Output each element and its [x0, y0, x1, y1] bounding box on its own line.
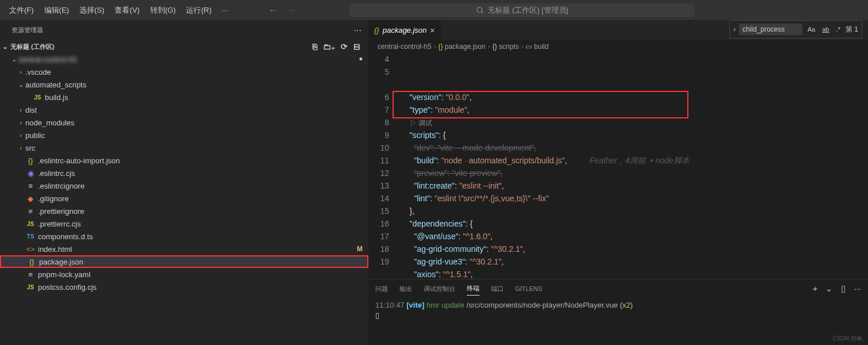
nav-back-icon[interactable]: ←: [268, 5, 277, 16]
file-item[interactable]: ≡.prettierignore: [0, 205, 368, 217]
term-count: (x2): [620, 301, 633, 309]
code-line[interactable]: "version": "0.0.0",: [401, 91, 868, 103]
term-path: /src/components/node-player/NodePlayer.v…: [466, 301, 618, 309]
code-line[interactable]: "ag-grid-community": "^30.2.1",: [401, 243, 868, 255]
folder-item[interactable]: ›src: [0, 141, 368, 154]
code-line[interactable]: "type": "module",: [401, 103, 868, 116]
collapse-icon[interactable]: ⊟: [353, 42, 360, 51]
menu-item[interactable]: 文件(F): [5, 3, 39, 18]
menu-item[interactable]: 查看(V): [110, 3, 144, 18]
chevron-right-icon[interactable]: ›: [733, 25, 736, 33]
watermark: CSDN @枫: [833, 335, 862, 343]
code-line[interactable]: ▷ 调试: [401, 116, 868, 129]
regex-icon[interactable]: .*: [835, 25, 842, 34]
file-item[interactable]: JS.prettierrc.cjs: [0, 217, 368, 230]
tree-label: dist: [25, 106, 37, 114]
folder-item[interactable]: ›dist: [0, 103, 368, 116]
chevron-down-icon: ⌄: [2, 43, 8, 51]
folder-item[interactable]: ›public: [0, 129, 368, 141]
tree-label: .vscode: [25, 68, 51, 76]
terminal-tab[interactable]: 调试控制台: [424, 282, 455, 296]
split-icon[interactable]: ▯: [841, 283, 846, 294]
file-item[interactable]: <>index.htmlM: [0, 243, 368, 255]
tree-label: public: [25, 131, 45, 140]
more-icon[interactable]: ···: [854, 283, 861, 294]
code-line[interactable]: "preview": "vite preview",: [401, 167, 868, 179]
term-msg: hmr update: [427, 301, 465, 309]
tree-label: .prettierrc.cjs: [38, 220, 81, 228]
file-item[interactable]: ≡pnpm-lock.yaml: [0, 268, 368, 281]
search-icon: [476, 6, 484, 14]
file-item[interactable]: ≡.eslintrcignore: [0, 179, 368, 192]
folder-item[interactable]: ›node_modules: [0, 116, 368, 129]
svg-line-1: [482, 12, 484, 13]
menu-item[interactable]: 运行(R): [181, 3, 216, 18]
breadcrumb-item[interactable]: central-control-h5: [378, 43, 431, 51]
code-line[interactable]: "@vant/use": "^1.6.0",: [401, 230, 868, 243]
tab-package-json[interactable]: {} package.json ×: [368, 20, 441, 40]
file-tree: ⌄central-control-h5•›.vscode⌄automated_s…: [0, 53, 368, 345]
code-line[interactable]: "axios": "^1.5.1",: [401, 268, 868, 279]
file-item[interactable]: TScomponents.d.ts: [0, 230, 368, 243]
tree-label: .eslintrcignore: [38, 182, 85, 190]
terminal-tab[interactable]: 端口: [491, 282, 504, 296]
code-line[interactable]: "scripts": {: [401, 129, 868, 141]
terminal-tab[interactable]: GITLENS: [515, 283, 542, 294]
code-line[interactable]: "dependencies": {: [401, 217, 868, 230]
file-item[interactable]: JSpostcss.config.cjs: [0, 281, 368, 293]
tree-label: central-control-h5: [18, 55, 77, 64]
code-line[interactable]: "dev": "vite --mode development",: [401, 141, 868, 154]
match-case-icon[interactable]: Aa: [806, 25, 817, 34]
tree-label: index.html: [38, 245, 72, 254]
close-icon[interactable]: ×: [430, 26, 435, 35]
folder-item[interactable]: ›.vscode: [0, 66, 368, 78]
terminal-tab[interactable]: 输出: [399, 282, 412, 296]
tree-label: components.d.ts: [38, 232, 93, 241]
command-center-label: 无标题 (工作区) [管理员]: [488, 5, 568, 16]
whole-word-icon[interactable]: ab: [820, 25, 831, 34]
code-line[interactable]: "ag-grid-vue3": "^30.2.1",: [401, 255, 868, 268]
breadcrumb-item[interactable]: {} scripts: [492, 43, 519, 51]
tree-label: src: [25, 144, 35, 152]
code-content[interactable]: "version": "0.0.0", "type": "module", ▷ …: [401, 53, 868, 279]
breadcrumb[interactable]: central-control-h5›{} package.json›{} sc…: [368, 40, 868, 53]
code-line[interactable]: "build": "node ··automated_scripts/build…: [401, 154, 868, 167]
terminal-tab[interactable]: 终端: [467, 282, 479, 296]
code-line[interactable]: "lint:create": "eslint --init",: [401, 179, 868, 192]
tree-label: node_modules: [25, 118, 74, 127]
file-item[interactable]: {}.eslintrc-auto-import.json: [0, 154, 368, 167]
chevron-down-icon[interactable]: ⌄: [825, 283, 833, 294]
find-result: 第 1: [846, 25, 858, 34]
find-input[interactable]: [739, 24, 802, 35]
menu-item[interactable]: 编辑(E): [40, 3, 74, 18]
code-line[interactable]: },: [401, 205, 868, 217]
file-item[interactable]: {}package.json: [0, 255, 368, 268]
terminal-add-icon[interactable]: +: [813, 283, 818, 294]
tree-label: build.js: [45, 93, 68, 102]
editor-pane: {} package.json × central-control-h5›{} …: [368, 20, 868, 345]
folder-item[interactable]: ⌄central-control-h5•: [0, 53, 368, 66]
file-item[interactable]: JSbuild.js: [0, 91, 368, 103]
menu-item[interactable]: 转到(G): [146, 3, 181, 18]
json-icon: {}: [374, 26, 379, 34]
workspace-header[interactable]: ⌄ 无标题 (工作区) ⎘ 🗀₊ ⟳ ⊟: [0, 40, 368, 53]
file-item[interactable]: ◉.eslintrc.cjs: [0, 167, 368, 179]
refresh-icon[interactable]: ⟳: [341, 42, 348, 51]
explorer-more-icon[interactable]: ···: [354, 25, 361, 36]
new-file-icon[interactable]: ⎘: [313, 42, 317, 51]
folder-item[interactable]: ⌄automated_scripts: [0, 78, 368, 91]
code-line[interactable]: "lint": "eslint \"src/**/*.{js,vue,ts}\"…: [401, 192, 868, 205]
tree-label: .prettierignore: [38, 207, 84, 216]
terminal-tab[interactable]: 问题: [375, 282, 388, 296]
code-area[interactable]: 45678910111213141516171819 "version": "0…: [368, 53, 868, 279]
menu-overflow[interactable]: ···: [217, 3, 233, 17]
breadcrumb-item[interactable]: ▭ build: [526, 43, 549, 51]
terminal-panel: 问题输出调试控制台终端端口GITLENS+⌄▯··· 11:10:47 [vit…: [368, 279, 868, 345]
terminal-body[interactable]: 11:10:47 [vite] hmr update /src/componen…: [368, 298, 868, 345]
file-item[interactable]: ◆.gitignore: [0, 192, 368, 205]
command-center[interactable]: 无标题 (工作区) [管理员]: [349, 3, 695, 17]
breadcrumb-item[interactable]: {} package.json: [438, 43, 485, 51]
menu-item[interactable]: 选择(S): [75, 3, 109, 18]
nav-forward-icon[interactable]: →: [287, 5, 296, 16]
new-folder-icon[interactable]: 🗀₊: [323, 42, 335, 51]
